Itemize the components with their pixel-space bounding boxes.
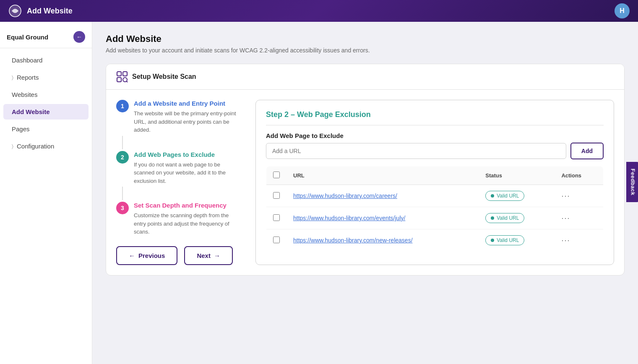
row-checkbox-1[interactable] bbox=[273, 214, 280, 221]
header-title: Add Website bbox=[27, 7, 73, 16]
valid-dot-1 bbox=[491, 216, 494, 220]
row-url-2: https://www.hudson-library.com/new-relea… bbox=[286, 229, 479, 252]
url-input-row: Add bbox=[266, 143, 604, 159]
step-2-number: 2 bbox=[116, 151, 129, 164]
sidebar-item-dashboard[interactable]: Dashboard bbox=[3, 52, 89, 68]
exclusion-table: URL Status Actions https://www.hudson-li… bbox=[266, 166, 604, 252]
sidebar-item-pages[interactable]: Pages bbox=[3, 121, 89, 137]
row-actions-1: ··· bbox=[555, 207, 603, 229]
svg-rect-1 bbox=[117, 72, 121, 76]
step2-panel: Step 2 – Web Page Exclusion Add Web Page… bbox=[255, 100, 614, 265]
feedback-tab[interactable]: Feedback bbox=[627, 162, 638, 202]
app-logo bbox=[8, 4, 22, 18]
add-url-button[interactable]: Add bbox=[570, 143, 604, 159]
table-row: https://www.hudson-library.com/new-relea… bbox=[266, 229, 604, 252]
table-row: https://www.hudson-library.com/events/ju… bbox=[266, 207, 604, 229]
top-header: Add Website H bbox=[0, 0, 638, 22]
step-2-desc: If you do not want a web page to be scan… bbox=[134, 161, 242, 185]
row-checkbox-2[interactable] bbox=[273, 237, 280, 243]
table-header-url: URL bbox=[286, 166, 479, 185]
row-url-0: https://www.hudson-library.com/careers/ bbox=[286, 185, 479, 207]
card-header-title: Setup Website Scan bbox=[132, 73, 196, 81]
step-3: 3 Set Scan Depth and Frequency Customize… bbox=[116, 202, 242, 236]
row-status-1: Valid URL bbox=[479, 207, 555, 229]
select-all-checkbox[interactable] bbox=[273, 172, 280, 178]
step-connector-1 bbox=[122, 136, 123, 149]
row-checkbox-cell bbox=[266, 207, 287, 229]
url-link-0[interactable]: https://www.hudson-library.com/careers/ bbox=[293, 192, 397, 199]
navigation-buttons: ← Previous Next → bbox=[116, 246, 242, 265]
sidebar-label-configuration: Configuration bbox=[17, 143, 54, 150]
step-2-content: Add Web Pages to Exclude If you do not w… bbox=[134, 151, 242, 185]
user-avatar[interactable]: H bbox=[615, 3, 630, 18]
prev-arrow-icon: ← bbox=[129, 252, 135, 259]
step2-panel-title: Step 2 – Web Page Exclusion bbox=[266, 110, 604, 125]
valid-dot-0 bbox=[491, 194, 494, 198]
steps-column: 1 Add a Website and Entry Point The webs… bbox=[116, 100, 242, 265]
sidebar-item-websites[interactable]: Websites bbox=[3, 87, 89, 102]
scan-icon bbox=[116, 71, 128, 83]
step-2-title: Add Web Pages to Exclude bbox=[134, 151, 242, 158]
step-1: 1 Add a Website and Entry Point The webs… bbox=[116, 100, 242, 134]
step-3-content: Set Scan Depth and Frequency Customize t… bbox=[134, 202, 242, 236]
row-url-1: https://www.hudson-library.com/events/ju… bbox=[286, 207, 479, 229]
step-1-content: Add a Website and Entry Point The websit… bbox=[134, 100, 242, 134]
chevron-icon-configuration: 〉 bbox=[12, 143, 13, 149]
row-checkbox-cell bbox=[266, 185, 287, 207]
next-button[interactable]: Next → bbox=[184, 246, 233, 265]
step-1-header: 1 Add a Website and Entry Point The webs… bbox=[116, 100, 242, 134]
sidebar-label-pages: Pages bbox=[12, 125, 30, 133]
valid-badge-1: Valid URL bbox=[485, 213, 524, 223]
sidebar-item-configuration[interactable]: 〉 Configuration bbox=[3, 138, 89, 154]
step-1-number: 1 bbox=[116, 100, 129, 112]
svg-rect-2 bbox=[123, 72, 127, 76]
url-input[interactable] bbox=[266, 143, 566, 159]
table-row: https://www.hudson-library.com/careers/ … bbox=[266, 185, 604, 207]
next-label: Next bbox=[197, 252, 211, 259]
step-3-header: 3 Set Scan Depth and Frequency Customize… bbox=[116, 202, 242, 236]
svg-line-5 bbox=[127, 81, 128, 83]
sidebar-label-dashboard: Dashboard bbox=[12, 57, 42, 64]
step-1-title: Add a Website and Entry Point bbox=[134, 100, 242, 107]
table-header-status: Status bbox=[479, 166, 555, 185]
step-3-title: Set Scan Depth and Frequency bbox=[134, 202, 242, 209]
add-section-label: Add Web Page to Exclude bbox=[266, 132, 604, 139]
row-status-2: Valid URL bbox=[479, 229, 555, 252]
actions-menu-2[interactable]: ··· bbox=[561, 236, 570, 244]
row-status-0: Valid URL bbox=[479, 185, 555, 207]
sidebar-label-websites: Websites bbox=[12, 91, 37, 98]
org-back-button[interactable]: ← bbox=[73, 31, 85, 43]
actions-menu-1[interactable]: ··· bbox=[561, 214, 570, 222]
step-1-desc: The website will be the primary entry-po… bbox=[134, 109, 242, 134]
main-layout: Equal Ground ← Dashboard 〉 Reports Websi… bbox=[0, 22, 638, 364]
next-arrow-icon: → bbox=[214, 252, 220, 259]
row-checkbox-0[interactable] bbox=[273, 192, 280, 199]
step-3-desc: Customize the scanning depth from the en… bbox=[134, 211, 242, 236]
step-connector-2 bbox=[122, 187, 123, 200]
page-title: Add Website bbox=[106, 34, 625, 44]
valid-badge-0: Valid URL bbox=[485, 191, 524, 201]
content-area: Add Website Add websites to your account… bbox=[92, 22, 638, 364]
sidebar-label-add-website: Add Website bbox=[12, 108, 50, 115]
org-name: Equal Ground bbox=[7, 34, 48, 41]
previous-button[interactable]: ← Previous bbox=[116, 246, 177, 265]
card-header: Setup Website Scan bbox=[106, 64, 624, 90]
sidebar-item-add-website[interactable]: Add Website bbox=[3, 104, 89, 120]
url-link-2[interactable]: https://www.hudson-library.com/new-relea… bbox=[293, 237, 413, 244]
sidebar-item-reports[interactable]: 〉 Reports bbox=[3, 70, 89, 85]
header-left: Add Website bbox=[8, 4, 73, 18]
row-checkbox-cell bbox=[266, 229, 287, 252]
chevron-icon-reports: 〉 bbox=[12, 75, 13, 81]
sidebar-label-reports: Reports bbox=[17, 74, 39, 81]
main-card: Setup Website Scan 1 Add a Website and E… bbox=[106, 64, 625, 276]
sidebar: Equal Ground ← Dashboard 〉 Reports Websi… bbox=[0, 22, 92, 364]
step-2: 2 Add Web Pages to Exclude If you do not… bbox=[116, 151, 242, 185]
sidebar-org: Equal Ground ← bbox=[0, 26, 92, 48]
svg-rect-3 bbox=[117, 78, 121, 82]
valid-dot-2 bbox=[491, 239, 494, 242]
card-body: 1 Add a Website and Entry Point The webs… bbox=[106, 90, 624, 275]
row-actions-0: ··· bbox=[555, 185, 603, 207]
row-actions-2: ··· bbox=[555, 229, 603, 252]
url-link-1[interactable]: https://www.hudson-library.com/events/ju… bbox=[293, 215, 405, 221]
actions-menu-0[interactable]: ··· bbox=[561, 192, 570, 200]
